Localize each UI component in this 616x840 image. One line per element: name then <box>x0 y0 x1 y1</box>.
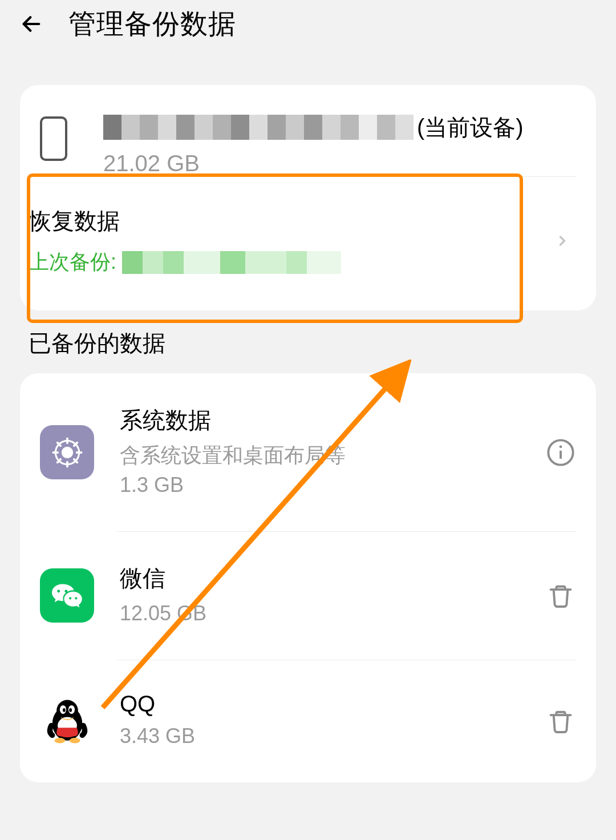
app-size: 12.05 GB <box>120 599 545 628</box>
redacted-last-backup-time <box>122 251 341 274</box>
svg-point-8 <box>69 597 71 599</box>
restore-title: 恢复数据 <box>29 205 554 237</box>
apps-list-card: 系统数据 含系统设置和桌面布局等 1.3 GB 微信 <box>20 373 596 782</box>
settings-app-icon <box>40 425 94 479</box>
app-size: 1.3 GB <box>120 470 545 500</box>
trash-icon <box>546 706 576 736</box>
backed-up-section-title: 已备份的数据 <box>29 328 587 359</box>
svg-point-18 <box>69 738 80 743</box>
device-card: (当前设备) 21.02 GB 恢复数据 上次备份: <box>20 85 596 310</box>
app-title: 微信 <box>120 563 545 594</box>
header: 管理备份数据 <box>0 0 616 59</box>
delete-button[interactable] <box>545 580 576 611</box>
chevron-right-icon <box>554 233 570 249</box>
redacted-device-name <box>103 115 414 140</box>
svg-point-17 <box>54 738 65 743</box>
page-title: 管理备份数据 <box>68 6 236 42</box>
svg-point-6 <box>57 589 60 592</box>
device-size: 21.02 GB <box>103 151 570 176</box>
svg-point-15 <box>62 708 65 712</box>
svg-point-16 <box>69 708 72 712</box>
svg-point-1 <box>62 447 72 457</box>
svg-point-7 <box>64 589 67 592</box>
device-name: (当前设备) <box>103 111 570 144</box>
device-row[interactable]: (当前设备) 21.02 GB <box>20 85 596 176</box>
info-button[interactable] <box>545 437 576 468</box>
last-backup-label: 上次备份: <box>29 248 116 276</box>
app-row-system-data[interactable]: 系统数据 含系统设置和桌面布局等 1.3 GB <box>20 373 596 531</box>
wechat-app-icon <box>40 568 94 623</box>
qq-app-icon <box>40 694 94 748</box>
info-icon <box>546 438 576 467</box>
back-button[interactable] <box>17 10 46 38</box>
phone-icon <box>37 116 69 161</box>
app-row-qq[interactable]: QQ 3.43 GB <box>20 660 596 782</box>
device-name-suffix: (当前设备) <box>417 111 524 144</box>
app-row-wechat[interactable]: 微信 12.05 GB <box>20 531 596 660</box>
app-title: QQ <box>120 691 545 717</box>
svg-point-5 <box>559 445 562 448</box>
app-subtitle: 含系统设置和桌面布局等 <box>120 441 545 470</box>
delete-button[interactable] <box>545 705 576 737</box>
trash-icon <box>546 581 576 611</box>
restore-data-row[interactable]: 恢复数据 上次备份: <box>20 188 596 310</box>
last-backup-line: 上次备份: <box>29 248 554 276</box>
arrow-left-icon <box>20 13 43 35</box>
svg-point-9 <box>75 597 77 599</box>
app-size: 3.43 GB <box>120 721 545 751</box>
app-title: 系统数据 <box>120 405 545 436</box>
